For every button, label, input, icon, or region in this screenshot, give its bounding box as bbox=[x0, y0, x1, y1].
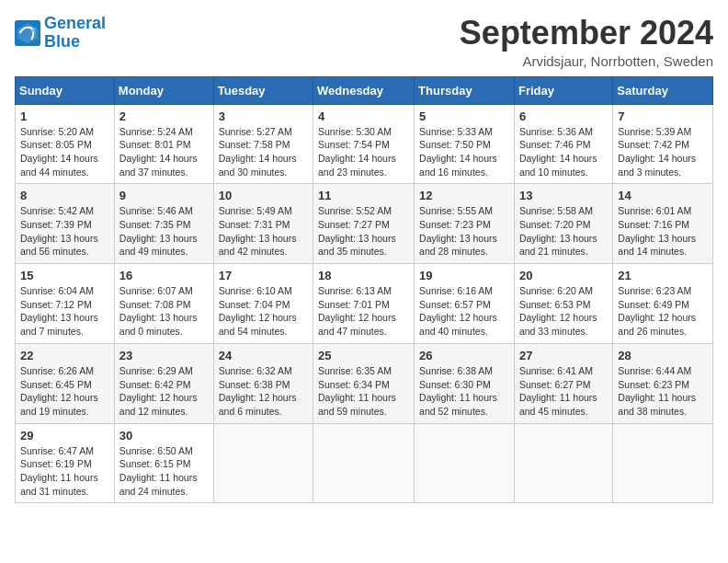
day-info: Sunrise: 6:38 AMSunset: 6:30 PMDaylight:… bbox=[419, 364, 509, 419]
logo-area: GeneralBlue bbox=[15, 15, 106, 52]
day-info: Sunrise: 5:24 AMSunset: 8:01 PMDaylight:… bbox=[119, 125, 209, 179]
day-info: Sunrise: 6:26 AMSunset: 6:45 PMDaylight:… bbox=[20, 364, 109, 419]
day-number: 30 bbox=[119, 429, 209, 442]
table-row: 21Sunrise: 6:23 AMSunset: 6:49 PMDayligh… bbox=[613, 264, 713, 344]
day-info: Sunrise: 6:13 AMSunset: 7:01 PMDaylight:… bbox=[318, 284, 409, 339]
day-number: 10 bbox=[219, 189, 308, 202]
day-info: Sunrise: 5:42 AMSunset: 7:39 PMDaylight:… bbox=[20, 204, 109, 259]
table-row bbox=[313, 423, 415, 503]
col-sunday: Sunday bbox=[16, 76, 115, 104]
day-info: Sunrise: 5:52 AMSunset: 7:27 PMDaylight:… bbox=[318, 204, 409, 259]
day-number: 6 bbox=[519, 109, 608, 123]
day-info: Sunrise: 5:27 AMSunset: 7:58 PMDaylight:… bbox=[219, 125, 308, 179]
table-row: 19Sunrise: 6:16 AMSunset: 6:57 PMDayligh… bbox=[415, 264, 515, 344]
table-row bbox=[514, 423, 612, 503]
calendar-week-row: 29Sunrise: 6:47 AMSunset: 6:19 PMDayligh… bbox=[16, 423, 713, 503]
logo-text: GeneralBlue bbox=[44, 15, 106, 52]
table-row: 30Sunrise: 6:50 AMSunset: 6:15 PMDayligh… bbox=[114, 423, 213, 503]
table-row: 24Sunrise: 6:32 AMSunset: 6:38 PMDayligh… bbox=[213, 343, 313, 423]
table-row: 17Sunrise: 6:10 AMSunset: 7:04 PMDayligh… bbox=[213, 264, 313, 344]
day-info: Sunrise: 5:58 AMSunset: 7:20 PMDaylight:… bbox=[519, 204, 608, 259]
day-info: Sunrise: 6:20 AMSunset: 6:53 PMDaylight:… bbox=[519, 284, 608, 339]
table-row bbox=[415, 423, 515, 503]
table-row: 13Sunrise: 5:58 AMSunset: 7:20 PMDayligh… bbox=[514, 184, 612, 264]
day-info: Sunrise: 6:41 AMSunset: 6:27 PMDaylight:… bbox=[519, 364, 608, 419]
day-number: 9 bbox=[119, 189, 209, 202]
day-info: Sunrise: 5:39 AMSunset: 7:42 PMDaylight:… bbox=[618, 125, 708, 179]
calendar-week-row: 22Sunrise: 6:26 AMSunset: 6:45 PMDayligh… bbox=[16, 343, 713, 423]
day-number: 12 bbox=[419, 189, 509, 202]
month-title: September 2024 bbox=[460, 15, 713, 52]
day-info: Sunrise: 6:23 AMSunset: 6:49 PMDaylight:… bbox=[618, 284, 708, 339]
page-header: GeneralBlue September 2024 Arvidsjaur, N… bbox=[15, 15, 713, 69]
day-number: 28 bbox=[618, 349, 708, 362]
table-row: 7Sunrise: 5:39 AMSunset: 7:42 PMDaylight… bbox=[613, 104, 713, 184]
calendar-week-row: 15Sunrise: 6:04 AMSunset: 7:12 PMDayligh… bbox=[16, 264, 713, 344]
day-number: 4 bbox=[318, 109, 409, 123]
day-info: Sunrise: 5:33 AMSunset: 7:50 PMDaylight:… bbox=[419, 125, 509, 179]
table-row: 11Sunrise: 5:52 AMSunset: 7:27 PMDayligh… bbox=[313, 184, 415, 264]
day-number: 16 bbox=[119, 269, 209, 282]
day-number: 2 bbox=[119, 109, 209, 123]
table-row: 26Sunrise: 6:38 AMSunset: 6:30 PMDayligh… bbox=[415, 343, 515, 423]
day-number: 8 bbox=[20, 189, 109, 202]
table-row: 2Sunrise: 5:24 AMSunset: 8:01 PMDaylight… bbox=[114, 104, 213, 184]
day-number: 26 bbox=[419, 349, 509, 362]
logo-general: General bbox=[44, 14, 106, 32]
table-row: 22Sunrise: 6:26 AMSunset: 6:45 PMDayligh… bbox=[16, 343, 115, 423]
table-row: 12Sunrise: 5:55 AMSunset: 7:23 PMDayligh… bbox=[415, 184, 515, 264]
table-row: 29Sunrise: 6:47 AMSunset: 6:19 PMDayligh… bbox=[16, 423, 115, 503]
table-row: 4Sunrise: 5:30 AMSunset: 7:54 PMDaylight… bbox=[313, 104, 415, 184]
col-friday: Friday bbox=[514, 76, 612, 104]
day-info: Sunrise: 5:30 AMSunset: 7:54 PMDaylight:… bbox=[318, 125, 409, 179]
table-row: 3Sunrise: 5:27 AMSunset: 7:58 PMDaylight… bbox=[213, 104, 313, 184]
day-number: 14 bbox=[618, 189, 708, 202]
day-number: 27 bbox=[519, 349, 608, 362]
table-row: 14Sunrise: 6:01 AMSunset: 7:16 PMDayligh… bbox=[613, 184, 713, 264]
table-row: 15Sunrise: 6:04 AMSunset: 7:12 PMDayligh… bbox=[16, 264, 115, 344]
table-row bbox=[613, 423, 713, 503]
day-info: Sunrise: 5:36 AMSunset: 7:46 PMDaylight:… bbox=[519, 125, 608, 179]
table-row: 28Sunrise: 6:44 AMSunset: 6:23 PMDayligh… bbox=[613, 343, 713, 423]
table-row: 25Sunrise: 6:35 AMSunset: 6:34 PMDayligh… bbox=[313, 343, 415, 423]
day-number: 3 bbox=[219, 109, 308, 123]
table-row: 10Sunrise: 5:49 AMSunset: 7:31 PMDayligh… bbox=[213, 184, 313, 264]
col-wednesday: Wednesday bbox=[313, 76, 415, 104]
col-thursday: Thursday bbox=[415, 76, 515, 104]
day-number: 21 bbox=[618, 269, 708, 282]
table-row: 5Sunrise: 5:33 AMSunset: 7:50 PMDaylight… bbox=[415, 104, 515, 184]
day-info: Sunrise: 5:55 AMSunset: 7:23 PMDaylight:… bbox=[419, 204, 509, 259]
day-number: 15 bbox=[20, 269, 109, 282]
day-info: Sunrise: 6:10 AMSunset: 7:04 PMDaylight:… bbox=[219, 284, 308, 339]
day-info: Sunrise: 6:47 AMSunset: 6:19 PMDaylight:… bbox=[20, 444, 109, 499]
col-tuesday: Tuesday bbox=[213, 76, 313, 104]
day-number: 17 bbox=[219, 269, 308, 282]
day-number: 25 bbox=[318, 349, 409, 362]
calendar-table: Sunday Monday Tuesday Wednesday Thursday… bbox=[15, 76, 713, 504]
day-number: 18 bbox=[318, 269, 409, 282]
day-number: 23 bbox=[119, 349, 209, 362]
day-number: 13 bbox=[519, 189, 608, 202]
table-row: 16Sunrise: 6:07 AMSunset: 7:08 PMDayligh… bbox=[114, 264, 213, 344]
day-info: Sunrise: 6:16 AMSunset: 6:57 PMDaylight:… bbox=[419, 284, 509, 339]
day-info: Sunrise: 5:20 AMSunset: 8:05 PMDaylight:… bbox=[20, 125, 109, 179]
col-saturday: Saturday bbox=[613, 76, 713, 104]
day-info: Sunrise: 6:01 AMSunset: 7:16 PMDaylight:… bbox=[618, 204, 708, 259]
day-info: Sunrise: 6:32 AMSunset: 6:38 PMDaylight:… bbox=[219, 364, 308, 419]
general-blue-logo-icon bbox=[15, 20, 40, 46]
logo-blue: Blue bbox=[44, 32, 80, 51]
table-row: 23Sunrise: 6:29 AMSunset: 6:42 PMDayligh… bbox=[114, 343, 213, 423]
col-monday: Monday bbox=[114, 76, 213, 104]
day-number: 22 bbox=[20, 349, 109, 362]
calendar-week-row: 1Sunrise: 5:20 AMSunset: 8:05 PMDaylight… bbox=[16, 104, 713, 184]
day-info: Sunrise: 6:35 AMSunset: 6:34 PMDaylight:… bbox=[318, 364, 409, 419]
day-info: Sunrise: 5:49 AMSunset: 7:31 PMDaylight:… bbox=[219, 204, 308, 259]
table-row: 18Sunrise: 6:13 AMSunset: 7:01 PMDayligh… bbox=[313, 264, 415, 344]
table-row: 6Sunrise: 5:36 AMSunset: 7:46 PMDaylight… bbox=[514, 104, 612, 184]
location-title: Arvidsjaur, Norrbotten, Sweden bbox=[460, 53, 713, 69]
day-info: Sunrise: 6:50 AMSunset: 6:15 PMDaylight:… bbox=[119, 444, 209, 499]
table-row: 8Sunrise: 5:42 AMSunset: 7:39 PMDaylight… bbox=[16, 184, 115, 264]
table-row: 27Sunrise: 6:41 AMSunset: 6:27 PMDayligh… bbox=[514, 343, 612, 423]
day-number: 5 bbox=[419, 109, 509, 123]
title-area: September 2024 Arvidsjaur, Norrbotten, S… bbox=[460, 15, 713, 69]
